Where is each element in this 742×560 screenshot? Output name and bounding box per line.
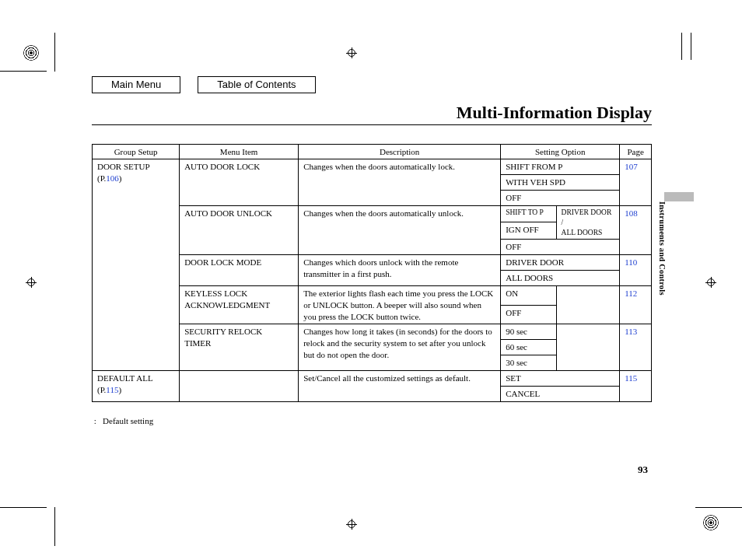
toc-button[interactable]: Table of Contents [198,76,315,93]
menu-item-blank [180,371,299,402]
setting-option-blank [556,285,620,324]
nav-button-row: Main Menu Table of Contents [92,76,652,93]
setting-option: ON [501,285,556,305]
setting-option: SET [501,371,620,387]
setting-option: DRIVER DOOR [501,255,620,271]
description: Changes when the doors automatically loc… [299,159,501,206]
registration-cross [346,47,357,58]
group-label: DEFAULT ALL [97,373,153,383]
setting-option-line: DRIVER DOOR / [562,208,612,226]
crop-mark [54,33,55,72]
setting-option: IGN OFF [501,222,556,240]
setting-option: WITH VEH SPD [501,175,620,191]
footnote: : Default setting [92,416,652,425]
page-ref-suffix: ) [119,173,122,183]
main-menu-button[interactable]: Main Menu [92,76,180,93]
setting-option: 30 sec [501,355,556,371]
menu-item-line: TIMER [184,338,211,348]
page-ref-link[interactable]: 115 [106,385,118,394]
settings-table: Group Setup Menu Item Description Settin… [92,144,652,402]
registration-cross [26,277,37,288]
menu-item: AUTO DOOR UNLOCK [180,205,299,254]
title-divider [92,124,652,125]
section-tab-marker [664,192,694,201]
group-label: DOOR SETUP [97,162,150,171]
table-row: DOOR SETUP (P.106) AUTO DOOR LOCK Change… [93,159,652,175]
crop-mark [0,507,47,508]
registration-cross [346,519,357,530]
table-row: DEFAULT ALL (P.115) Set/Cancel all the c… [93,371,652,387]
menu-item-line: ACKNOWLEDGMENT [184,300,270,310]
footnote-text: Default setting [103,416,153,425]
setting-option-line: ALL DOORS [562,229,603,236]
crop-mark [54,507,55,546]
menu-item: DOOR LOCK MODE [180,255,299,286]
crop-mark [691,33,691,60]
col-item: Menu Item [180,144,299,159]
page-ref-link[interactable]: 110 [625,257,637,267]
setting-option-blank [556,324,620,371]
col-option: Setting Option [501,144,620,159]
setting-option: OFF [501,191,620,206]
section-tab-label: Instruments and Controls [656,201,667,296]
print-registration-mark [703,515,719,530]
col-group: Group Setup [93,144,180,159]
setting-option: OFF [501,240,620,255]
description: Set/Cancel all the customized settings a… [299,371,501,402]
menu-item: AUTO DOOR LOCK [180,159,299,206]
footnote-marker: : [94,416,96,425]
col-page: Page [620,144,652,159]
crop-mark [695,507,742,508]
setting-option: OFF [501,305,556,324]
menu-item: SECURITY RELOCK TIMER [180,324,299,371]
page-ref-suffix: ) [118,385,121,394]
description: Changes how long it takes (in seconds) f… [299,324,501,371]
crop-mark [0,71,47,72]
group-door-setup: DOOR SETUP (P.106) [93,159,180,371]
menu-item: KEYLESS LOCK ACKNOWLEDGMENT [180,285,299,324]
page-ref-link[interactable]: 113 [625,327,637,336]
registration-cross [705,277,716,288]
description: Changes which doors unlock with the remo… [299,255,501,286]
print-registration-mark [23,45,39,61]
setting-option: ALL DOORS [501,271,620,286]
group-default-all: DEFAULT ALL (P.115) [93,371,180,402]
setting-option: CANCEL [501,386,620,401]
page-ref-link[interactable]: 115 [625,373,637,383]
page-ref-link[interactable]: 112 [625,289,637,298]
menu-item-line: KEYLESS LOCK [184,289,247,298]
page-ref-prefix: (P. [97,385,106,394]
setting-option: 90 sec [501,324,556,340]
setting-option: SHIFT TO P [501,205,556,222]
col-desc: Description [299,144,501,159]
setting-option: SHIFT FROM P [501,159,620,175]
page-title: Multi-Information Display [92,103,652,123]
menu-item-line: SECURITY RELOCK [184,327,262,336]
page-ref-link[interactable]: 106 [106,173,119,183]
description: The exterior lights flash each time you … [299,285,501,324]
setting-option: 60 sec [501,340,556,355]
page-ref-link[interactable]: 108 [625,208,638,218]
table-header-row: Group Setup Menu Item Description Settin… [93,144,652,159]
crop-mark [681,33,682,60]
setting-option-sub: DRIVER DOOR / ALL DOORS [556,205,620,239]
page-ref-prefix: (P. [97,173,106,183]
page-ref-link[interactable]: 107 [625,162,638,171]
description: Changes when the doors automatically unl… [299,205,501,254]
page-number: 93 [638,464,648,476]
